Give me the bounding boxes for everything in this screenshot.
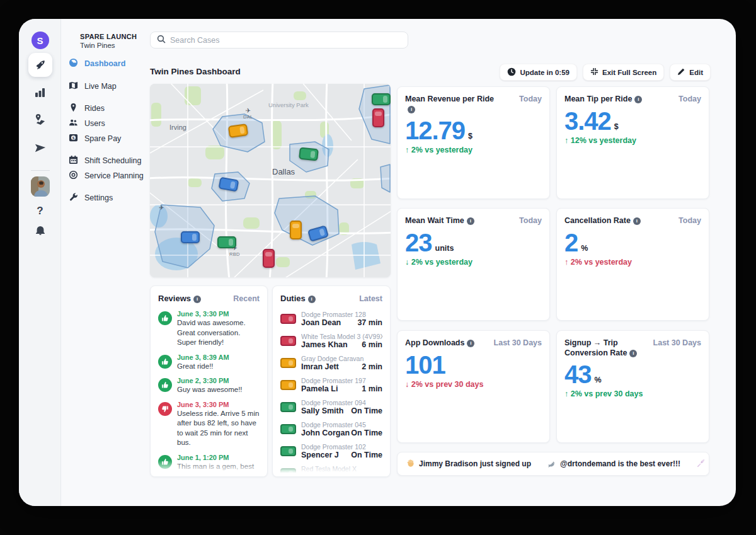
van-icon <box>280 446 296 456</box>
sidebar-item-spare-pay[interactable]: $ Spare Pay <box>69 133 121 144</box>
duty-vehicle: Dodge Promaster 094 <box>301 399 382 406</box>
duty-row[interactable]: Dodge Promaster 102 Spencer JOn Time <box>273 440 390 463</box>
kpi-delta: ↑ 2% vs yesterday <box>564 258 701 267</box>
vehicle-marker[interactable] <box>217 236 236 248</box>
kpi-period[interactable]: Today <box>519 216 542 225</box>
kpi-period[interactable]: Today <box>679 216 701 225</box>
bell-icon[interactable] <box>35 225 45 236</box>
duty-row[interactable]: Dodge Promaster 128 Joan Dean37 min <box>273 308 390 330</box>
duty-row[interactable]: Red Tesla Model X Ben MorganOn Time <box>273 463 390 477</box>
thumbs-up-icon <box>158 378 172 392</box>
duty-driver: Sally Smith <box>301 406 343 415</box>
rocket-icon <box>697 459 706 469</box>
kpi-card-cancellation: Cancellation Rate Today 2% ↑ 2% vs yeste… <box>556 208 709 321</box>
duty-driver: Spencer J <box>301 451 339 459</box>
wallet-icon: $ <box>69 133 78 144</box>
kpi-value: 12.79 <box>405 119 465 142</box>
vehicle-marker[interactable] <box>372 108 384 127</box>
update-timer-button[interactable]: Update in 0:59 <box>500 64 577 81</box>
kpi-period[interactable]: Last 30 Days <box>653 338 701 347</box>
duties-card: Duties Latest Dodge Promaster 128 Joan D… <box>272 285 391 477</box>
info-icon[interactable] <box>629 350 637 357</box>
reviews-filter[interactable]: Recent <box>233 294 260 303</box>
duty-status: 37 min <box>357 318 382 327</box>
sidebar-item-rides[interactable]: Rides <box>69 103 105 114</box>
duty-vehicle: Dodge Promaster 045 <box>301 421 382 429</box>
brand-block: SPARE LAUNCH Twin Pines <box>80 33 137 49</box>
rocket-launch-icon[interactable] <box>28 53 52 77</box>
kpi-title: Cancellation Rate <box>564 216 631 225</box>
duty-row[interactable]: Dodge Promaster 045 John CorganOn Time <box>273 418 390 440</box>
info-icon[interactable] <box>633 217 641 225</box>
spare-logo-icon[interactable]: S <box>32 32 49 49</box>
vehicle-marker[interactable] <box>290 221 302 239</box>
thumbs-up-icon <box>158 355 172 369</box>
duty-row[interactable]: Dodge Promaster 197 Pamela Li1 min <box>273 374 390 396</box>
kpi-period[interactable]: Last 30 Days <box>494 338 542 347</box>
kpi-value: 23 <box>405 231 432 254</box>
ticker-item: DAL → Uni <box>697 459 709 469</box>
duty-vehicle: Dodge Promaster 102 <box>301 443 382 451</box>
exit-fullscreen-button[interactable]: Exit Full Screen <box>583 64 664 81</box>
duty-row[interactable]: Gray Dodge Caravan Imran Jett2 min <box>273 352 390 374</box>
svg-text:$: $ <box>72 135 75 140</box>
sidebar-item-users[interactable]: Users <box>69 118 105 129</box>
sidebar-item-live-map[interactable]: Live Map <box>69 81 117 92</box>
vehicle-marker[interactable] <box>372 93 391 105</box>
kpi-delta: ↑ 12% vs yesterday <box>564 136 701 145</box>
app-window: S ? SPARE LAUNCH Twin Pines Dashboard Li <box>19 19 736 506</box>
kpi-card-mean-wait: Mean Wait Time Today 23units ↓ 2% vs yes… <box>397 208 550 321</box>
sidebar-item-shift-scheduling[interactable]: Shift Scheduling <box>69 155 141 166</box>
kpi-period[interactable]: Today <box>679 95 701 103</box>
map-canvas <box>150 84 391 277</box>
review-item: June 2, 3:30 PMGuy was awesome!! <box>151 375 267 399</box>
van-icon <box>280 380 296 390</box>
kpi-delta: ↑ 2% vs prev 30 days <box>564 389 701 398</box>
vehicle-marker[interactable] <box>263 249 275 268</box>
edit-button[interactable]: Edit <box>670 64 711 81</box>
arrow-up-icon: ↑ <box>564 389 568 398</box>
live-map[interactable]: Irving Dallas University Park ✈ DAL ✈ RB… <box>150 84 391 277</box>
duties-filter[interactable]: Latest <box>359 294 382 303</box>
sidebar-item-service-planning[interactable]: Service Planning <box>69 170 144 181</box>
kpi-title: App Downloads <box>405 338 464 347</box>
kpi-card-mean-tip: Mean Tip per Ride Today 3.42$ ↑ 12% vs y… <box>556 86 709 199</box>
sidebar-item-label: Live Map <box>84 82 117 91</box>
info-icon[interactable] <box>308 296 316 303</box>
arrow-up-icon: ↑ <box>564 258 568 267</box>
info-icon[interactable] <box>634 96 642 103</box>
duty-driver: Pamela Li <box>301 384 338 393</box>
duty-status: On Time <box>351 473 382 477</box>
sidebar-item-dashboard[interactable]: Dashboard <box>69 58 125 69</box>
search-input[interactable] <box>170 36 401 45</box>
icon-rail: S ? <box>19 19 61 506</box>
update-timer-label: Update in 0:59 <box>520 69 570 76</box>
duty-row[interactable]: Dodge Promaster 094 Sally SmithOn Time <box>273 396 390 418</box>
ticker-text: @drtondemand is the best ever!!! <box>560 459 680 468</box>
info-icon[interactable] <box>408 106 415 113</box>
review-item: June 3, 3:30 PMDavid was awesome. Great … <box>151 308 267 352</box>
help-icon[interactable]: ? <box>37 205 43 217</box>
user-avatar[interactable] <box>31 176 50 197</box>
info-icon[interactable] <box>193 296 201 303</box>
review-timestamp: June 2, 3:30 PM <box>177 377 243 384</box>
duty-row[interactable]: White Tesla Model 3 (4V99X4 James Khan6 … <box>273 330 390 352</box>
sidebar-item-label: Settings <box>84 193 113 202</box>
analytics-bars-icon[interactable] <box>35 87 45 98</box>
search-bar[interactable] <box>150 32 408 49</box>
arrow-up-icon: ↑ <box>564 136 568 145</box>
activity-ticker: Jimmy Bradison just signed up @drtondema… <box>397 452 709 476</box>
info-icon[interactable] <box>467 217 474 225</box>
paper-plane-icon[interactable] <box>35 142 46 154</box>
map-pin-icon[interactable] <box>34 113 46 125</box>
kpi-period[interactable]: Today <box>519 95 542 103</box>
rail-divider <box>31 170 50 171</box>
vehicle-marker[interactable] <box>181 231 200 243</box>
search-icon <box>157 35 166 46</box>
van-icon <box>280 358 296 368</box>
sidebar-item-settings[interactable]: Settings <box>69 192 113 204</box>
vehicle-marker[interactable] <box>299 147 319 161</box>
sidebar-item-label: Shift Scheduling <box>84 156 141 165</box>
info-icon[interactable] <box>467 340 474 347</box>
ticker-text: Jimmy Bradison just signed up <box>419 459 531 468</box>
